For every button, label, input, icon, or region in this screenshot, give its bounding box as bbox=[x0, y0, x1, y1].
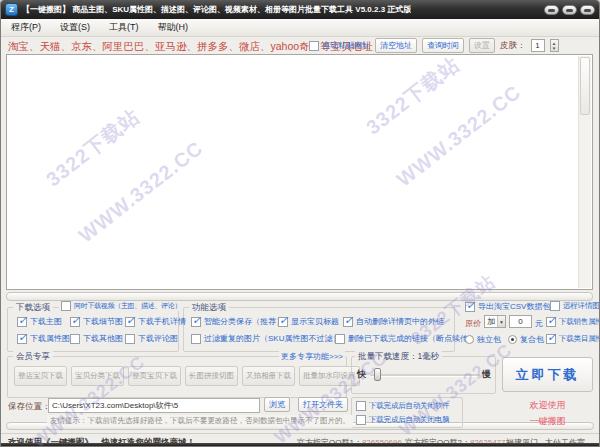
menu-bar: 程序(P) 设置(S) 工具(T) 帮助(H) bbox=[1, 19, 599, 37]
checkbox-export-csv[interactable]: 导出淘宝CSV数据包 bbox=[465, 301, 550, 312]
checkbox-close-app[interactable]: 下载完成后自动关闭软件 bbox=[356, 401, 449, 411]
vertical-scrollbar[interactable] bbox=[578, 56, 591, 288]
checkbox-icon bbox=[546, 317, 556, 327]
checkbox-other-image[interactable]: 下载其他图 bbox=[70, 333, 123, 344]
menu-item-help[interactable]: 帮助(H) bbox=[155, 20, 192, 35]
price-input[interactable]: 0 bbox=[509, 315, 532, 328]
checkbox-smart-save[interactable]: 智能分类保存（推荐） bbox=[191, 316, 284, 327]
checkbox-sales-attr[interactable]: 下载销售属性 bbox=[546, 317, 600, 327]
checkbox-icon bbox=[356, 415, 366, 425]
address-controls: 自动粘贴网址 清空地址 查询时间 设置 皮肤： 1 ▲▼ bbox=[309, 37, 559, 54]
category-download-button[interactable]: 宝贝分类下载 bbox=[71, 366, 124, 386]
checkbox-remote-detail[interactable]: 远程详情图 bbox=[550, 301, 600, 311]
query-time-button[interactable]: 查询时间 bbox=[422, 38, 464, 53]
menu-item-tools[interactable]: 工具(T) bbox=[106, 20, 142, 35]
url-textarea[interactable] bbox=[8, 56, 576, 288]
spinner-down-icon[interactable]: ▼ bbox=[552, 46, 556, 51]
checkbox-shutdown-pc[interactable]: 下载完成后自动关闭电脑 bbox=[356, 415, 449, 425]
window-bottom-edge bbox=[1, 443, 599, 446]
radio-single-package[interactable]: 独立包 bbox=[465, 334, 501, 345]
checkbox-icon bbox=[343, 317, 353, 327]
checkbox-detail-image[interactable]: 下载细节图 bbox=[70, 316, 123, 327]
app-icon: Z bbox=[5, 3, 18, 16]
radio-icon bbox=[465, 335, 474, 344]
radio-icon bbox=[508, 335, 517, 344]
slow-label: 慢 bbox=[482, 368, 491, 381]
checkbox-icon bbox=[70, 317, 80, 327]
save-path-label: 保存位置： bbox=[8, 401, 51, 413]
checkbox-remove-links[interactable]: 自动删除详情页中的外链 bbox=[343, 316, 444, 327]
long-image-slice-button[interactable]: 长图拼接切图 bbox=[185, 366, 238, 386]
checkbox-main-image[interactable]: 下载主图 bbox=[17, 316, 62, 327]
scrollbar-thumb[interactable] bbox=[580, 57, 590, 115]
checkbox-icon bbox=[61, 301, 71, 311]
vip-group: 整店宝贝下载 宝贝分类下载 整页宝贝下载 长图拼接切图 又拍相册下载 批量加水印… bbox=[7, 356, 347, 398]
fast-label: 快 bbox=[357, 368, 366, 381]
skin-input[interactable]: 1 bbox=[531, 39, 545, 52]
checkbox-icon bbox=[278, 317, 288, 327]
radio-combo-package[interactable]: 复合包 bbox=[508, 334, 544, 345]
settings-button[interactable]: 设置 bbox=[469, 38, 495, 53]
checkbox-filter-duplicate[interactable]: 过滤重复的图片（SKU属性图不过滤） bbox=[191, 333, 340, 344]
whole-page-download-button[interactable]: 整页宝贝下载 bbox=[128, 366, 181, 386]
app-name-text: 一键搬图 bbox=[502, 415, 593, 428]
checkbox-icon bbox=[17, 334, 27, 344]
speed-slider-thumb[interactable] bbox=[374, 368, 381, 381]
price-unit: 元 bbox=[535, 318, 543, 329]
checkbox-icon bbox=[546, 334, 556, 344]
skin-spinner[interactable]: ▲▼ bbox=[550, 39, 559, 52]
download-now-button[interactable]: 立即下载 bbox=[502, 357, 593, 392]
price-operation-select[interactable]: 加▼ bbox=[484, 315, 506, 328]
open-folder-button[interactable]: 打开文件夹 bbox=[298, 397, 348, 412]
browse-button[interactable]: 浏览 bbox=[264, 397, 290, 412]
maximize-button[interactable] bbox=[562, 5, 577, 15]
download-options-title: 下载选项 bbox=[13, 302, 53, 314]
checkbox-attr-image[interactable]: 下载属性图 bbox=[17, 333, 70, 344]
checkbox-icon bbox=[309, 41, 319, 51]
yupoo-album-download-button[interactable]: 又拍相册下载 bbox=[242, 366, 295, 386]
title-bar: Z 【一键搬图】 商品主图、SKU属性图、描述图、评论图、视频素材、相册等图片批… bbox=[0, 0, 600, 19]
checkbox-icon bbox=[356, 401, 366, 411]
checkbox-download-video[interactable]: 同时下载视频（主图、描述、评论） bbox=[59, 301, 183, 311]
whole-shop-download-button[interactable]: 整店宝贝下载 bbox=[14, 366, 67, 386]
speed-slider-track[interactable] bbox=[370, 374, 480, 377]
skin-label: 皮肤： bbox=[500, 40, 526, 52]
auto-close-box: 下载完成后自动关闭软件 下载完成后自动关闭电脑 bbox=[351, 397, 463, 428]
function-options-title: 功能选项 bbox=[189, 302, 229, 314]
checkbox-remove-finished[interactable]: 删除已下载完成的链接（断点续传） bbox=[335, 333, 476, 344]
url-box bbox=[6, 54, 593, 290]
horizontal-scrollbar[interactable] bbox=[6, 292, 593, 301]
chevron-down-icon: ▼ bbox=[497, 316, 505, 327]
checkbox-show-title[interactable]: 显示宝贝标题 bbox=[278, 316, 339, 327]
close-button[interactable] bbox=[580, 5, 595, 15]
menu-item-settings[interactable]: 设置(S) bbox=[57, 20, 93, 35]
checkbox-icon bbox=[17, 317, 27, 327]
auto-paste-label: 自动粘贴网址 bbox=[322, 40, 370, 51]
menu-item-program[interactable]: 程序(P) bbox=[8, 20, 44, 35]
clear-address-button[interactable]: 清空地址 bbox=[375, 38, 417, 53]
minimize-button[interactable] bbox=[544, 5, 559, 15]
checkbox-icon bbox=[191, 334, 201, 344]
checkbox-mobile-detail[interactable]: 下载手机详情 bbox=[125, 316, 186, 327]
checkbox-icon bbox=[550, 301, 560, 311]
window-title: 【一键搬图】 商品主图、SKU属性图、描述图、评论图、视频素材、相册等图片批量下… bbox=[22, 4, 411, 15]
speed-title: 批量下载速度：1毫秒 bbox=[355, 351, 442, 363]
more-features-link[interactable]: 更多专享功能>>> bbox=[279, 351, 345, 362]
price-label: 原价 bbox=[465, 318, 481, 329]
checkbox-icon bbox=[70, 334, 80, 344]
checkbox-icon bbox=[191, 317, 201, 327]
checkbox-category-attr[interactable]: 下载类目属性 bbox=[546, 334, 600, 344]
vip-title: 会员专享 bbox=[13, 351, 53, 363]
checkbox-review-image[interactable]: 下载评论图 bbox=[125, 333, 178, 344]
checkbox-icon bbox=[125, 317, 135, 327]
vip-buttons-row: 整店宝贝下载 宝贝分类下载 整页宝贝下载 长图拼接切图 又拍相册下载 批量加水印… bbox=[14, 366, 360, 386]
save-path-input[interactable]: C:\Users\XT23.com\Desktop\软件\5 bbox=[48, 398, 260, 413]
main-window: Z 【一键搬图】 商品主图、SKU属性图、描述图、评论图、视频素材、相册等图片批… bbox=[0, 0, 600, 447]
checkbox-icon bbox=[335, 334, 345, 344]
checkbox-icon bbox=[125, 334, 135, 344]
auto-paste-checkbox[interactable]: 自动粘贴网址 bbox=[309, 40, 370, 51]
save-path-tip: 友情提示：下载前请先选择好路径，下载后不要更改路径，否则数据包中显示不了图片的。 bbox=[47, 415, 353, 427]
welcome-text: 欢迎使用 bbox=[502, 399, 593, 412]
checkbox-icon bbox=[465, 302, 475, 312]
